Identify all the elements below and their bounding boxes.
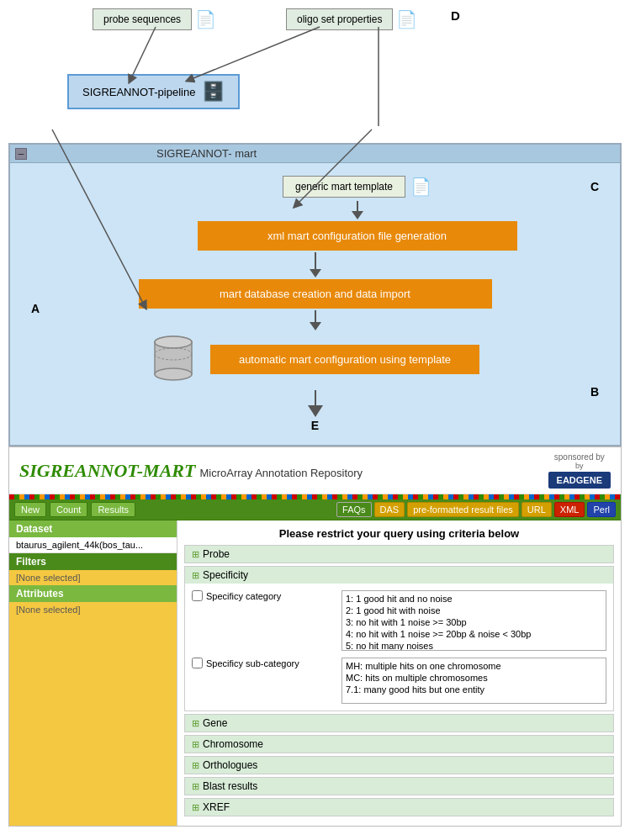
specificity-expand-icon: ⊞ — [192, 570, 199, 581]
arrow-line-4 — [315, 390, 316, 405]
subcat-option-1: MH: multiple hits on one chromosome — [344, 660, 604, 672]
preformatted-button[interactable]: pre-formatted result files — [407, 502, 519, 517]
chromosome-expand-icon: ⊞ — [192, 739, 199, 750]
filter-row-category: Specificy category 1: 1 good hit and no … — [192, 587, 606, 654]
section-specificity-header[interactable]: ⊞ Specificity — [185, 567, 613, 584]
by-text: by — [548, 462, 611, 470]
gene-label: Gene — [203, 717, 227, 729]
arrow-line-2 — [315, 252, 316, 269]
svg-point-5 — [155, 368, 192, 380]
arrow-head-2 — [310, 269, 321, 277]
mart-window-title: SIGREANNOT- mart — [156, 147, 257, 160]
cat-option-1: 1: 1 good hit and no noise — [344, 593, 604, 605]
pipeline-box: SIGREANNOT-pipeline 🗄️ — [67, 74, 240, 109]
url-button[interactable]: URL — [521, 502, 552, 517]
sponsored-area: sponsored by by EADGENE — [548, 452, 611, 489]
gene-expand-icon: ⊞ — [192, 718, 199, 729]
biomart-section: SIGREANNOT-MART MicroArray Annotation Re… — [8, 446, 622, 827]
specificity-label: Specificity — [203, 569, 248, 581]
arrow-line-1 — [357, 201, 358, 211]
label-a: A — [31, 302, 40, 315]
probe-label: Probe — [203, 548, 230, 560]
arrow-head-3 — [310, 322, 321, 330]
arrow-head-4 — [308, 405, 323, 417]
faqs-button[interactable]: FAQs — [336, 502, 372, 517]
cat-option-2: 2: 1 good hit with noise — [344, 605, 604, 616]
cat-option-4: 4: no hit with 1 noise >= 20bp & noise <… — [344, 628, 604, 640]
specificy-category-listbox[interactable]: 1: 1 good hit and no noise 2: 1 good hit… — [341, 590, 606, 651]
section-chromosome-header[interactable]: ⊞ Chromosome — [185, 736, 613, 753]
content-area: Dataset btaurus_agilent_44k(bos_tau... F… — [9, 520, 621, 826]
filter-row-subcategory: Specificy sub-category MH: multiple hits… — [192, 654, 606, 707]
cat-option-5: 5: no hit many noises — [344, 640, 604, 651]
chromosome-label: Chromosome — [203, 738, 263, 750]
biomart-subtitle: MicroArray Annotation Repository — [199, 467, 363, 479]
oligo-label: oligo set properties — [286, 8, 393, 30]
specificity-content: Specificy category 1: 1 good hit and no … — [185, 584, 613, 711]
xml-generation-box: xml mart configuration file generation — [198, 221, 517, 251]
filters-none: [None selected] — [9, 570, 177, 585]
probe-sequences-label: probe sequences — [93, 8, 192, 30]
xml-button[interactable]: XML — [554, 502, 585, 517]
section-xref-header[interactable]: ⊞ XREF — [185, 799, 613, 816]
arrow-line-3 — [315, 310, 316, 322]
section-probe: ⊞ Probe — [184, 545, 614, 563]
eadgene-badge: EADGENE — [548, 472, 611, 489]
biomart-logo-green: SIGREANNOT-MART — [19, 460, 195, 482]
orthologues-label: Orthologues — [203, 759, 257, 771]
specificy-subcategory-label: Specificy sub-category — [206, 658, 299, 668]
filter-subcategory-label-area: Specificy sub-category — [192, 658, 335, 668]
cat-option-3: 3: no hit with 1 noise >= 30bp — [344, 616, 604, 628]
specificy-subcategory-listbox[interactable]: MH: multiple hits on one chromosome MC: … — [341, 658, 606, 704]
window-minimize-btn[interactable]: ─ — [15, 148, 27, 160]
dataset-value[interactable]: btaurus_agilent_44k(bos_tau... — [9, 537, 177, 553]
toolbar[interactable]: New Count Results FAQs DAS pre-formatted… — [9, 499, 621, 520]
probe-doc-icon: 📄 — [195, 9, 216, 29]
section-specificity: ⊞ Specificity Specificy category 1: 1 go… — [184, 566, 614, 711]
dataset-section-header: Dataset — [9, 520, 177, 537]
pipeline-label: SIGREANNOT-pipeline — [82, 86, 195, 98]
oligo-box: oligo set properties 📄 — [286, 8, 417, 30]
toolbar-right: FAQs DAS pre-formatted result files URL … — [336, 502, 616, 517]
subcat-option-3: 7.1: many good hits but one entity — [344, 684, 604, 695]
filter-category-label-area: Specificy category — [192, 590, 335, 601]
perl-button[interactable]: Perl — [587, 502, 616, 517]
window-controls-bar: ─ SIGREANNOT- mart — [10, 145, 620, 163]
biomart-header: SIGREANNOT-MART MicroArray Annotation Re… — [9, 447, 621, 494]
blast-label: Blast results — [203, 780, 257, 792]
specificy-subcategory-checkbox[interactable] — [192, 658, 203, 668]
section-gene: ⊞ Gene — [184, 714, 614, 732]
specificy-category-checkbox[interactable] — [192, 590, 203, 601]
auto-config-box: automatic mart configuration using templ… — [210, 345, 479, 374]
generic-mart-doc-icon: 📄 — [410, 177, 431, 197]
attributes-section-header: Attributes — [9, 585, 177, 602]
blast-expand-icon: ⊞ — [192, 781, 199, 792]
count-button[interactable]: Count — [50, 502, 87, 517]
section-chromosome: ⊞ Chromosome — [184, 735, 614, 753]
probe-sequences-box: probe sequences 📄 — [93, 8, 216, 30]
xref-label: XREF — [203, 801, 230, 813]
filters-section-header: Filters — [9, 553, 177, 570]
probe-expand-icon: ⊞ — [192, 549, 199, 560]
query-title: Please restrict your query using criteri… — [184, 527, 614, 540]
svg-line-1 — [189, 27, 320, 80]
subcat-option-2: MC: hits on multiple chromosomes — [344, 672, 604, 684]
oligo-doc-icon: 📄 — [396, 9, 417, 29]
label-d: D — [451, 8, 460, 23]
results-button[interactable]: Results — [91, 502, 135, 517]
section-blast-header[interactable]: ⊞ Blast results — [185, 778, 613, 795]
database-icon — [151, 332, 197, 387]
svg-line-0 — [130, 27, 156, 80]
db-cylinder-top: 🗄️ — [202, 81, 225, 103]
orthologues-expand-icon: ⊞ — [192, 760, 199, 771]
section-xref: ⊞ XREF — [184, 798, 614, 816]
new-button[interactable]: New — [14, 502, 46, 517]
sponsored-text: sponsored by — [548, 452, 611, 462]
section-gene-header[interactable]: ⊞ Gene — [185, 715, 613, 732]
section-probe-header[interactable]: ⊞ Probe — [185, 546, 613, 563]
das-button[interactable]: DAS — [374, 502, 405, 517]
specificy-category-label: Specificy category — [206, 591, 281, 601]
section-orthologues-header[interactable]: ⊞ Orthologues — [185, 757, 613, 774]
section-blast: ⊞ Blast results — [184, 777, 614, 795]
xref-expand-icon: ⊞ — [192, 802, 199, 813]
